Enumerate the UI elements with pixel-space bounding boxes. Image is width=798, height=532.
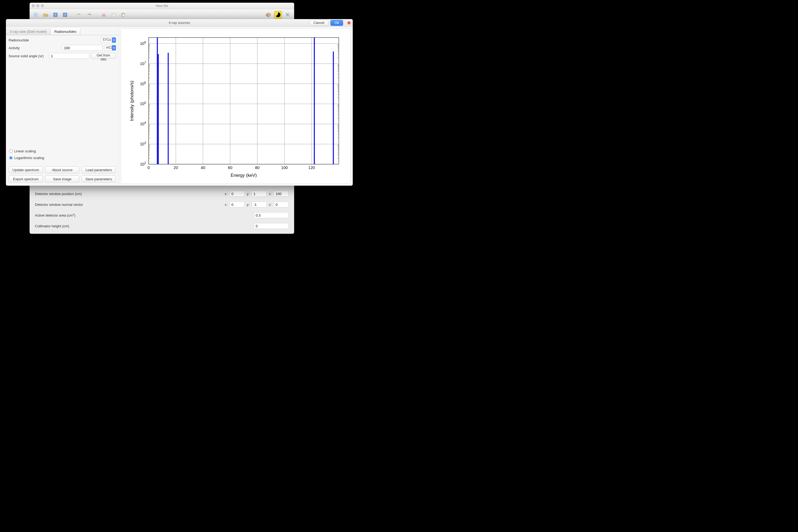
save-image-button[interactable]: Save image	[45, 175, 79, 183]
radiation-icon[interactable]	[274, 11, 282, 19]
dialog-titlebar: X-ray sources Cancel Ok	[6, 19, 353, 26]
linear-scaling-radio[interactable]	[9, 149, 13, 153]
label-solid-angle: Source solid angle (sr)	[8, 54, 47, 58]
toolbar	[30, 9, 294, 20]
det-norm-z[interactable]	[274, 202, 289, 207]
svg-rect-7	[113, 14, 115, 17]
svg-text:0: 0	[148, 166, 150, 170]
svg-text:20: 20	[174, 166, 178, 170]
det-norm-x[interactable]	[229, 202, 245, 207]
cut-icon[interactable]	[100, 11, 108, 19]
svg-text:106: 106	[140, 81, 146, 86]
save-icon[interactable]	[52, 11, 59, 19]
det-pos-x[interactable]	[229, 191, 245, 197]
tab-xray-tube[interactable]: X-ray tube (Ebel model)	[6, 28, 51, 35]
paste-icon[interactable]	[119, 11, 127, 19]
load-parameters-button[interactable]: Load parameters	[81, 166, 116, 173]
activity-unit-select[interactable]: mCi ⇅	[104, 45, 116, 51]
open-folder-icon[interactable]	[42, 11, 50, 19]
svg-text:100: 100	[281, 166, 288, 170]
label-active-area: Active detector area (cm2)	[35, 213, 254, 217]
label-collimator-height: Collimator height (cm)	[35, 224, 254, 228]
svg-text:102: 102	[140, 161, 146, 166]
tab-radionuclides[interactable]: Radionuclides	[51, 28, 80, 35]
active-area-input[interactable]	[254, 212, 289, 218]
redo-icon[interactable]	[86, 11, 93, 19]
copy-icon[interactable]	[110, 11, 117, 19]
chevron-updown-icon: ⇅	[112, 37, 116, 43]
det-norm-y[interactable]	[252, 202, 267, 207]
svg-text:104: 104	[140, 121, 146, 126]
svg-text:107: 107	[140, 61, 146, 66]
save-parameters-button[interactable]: Save parameters	[81, 175, 116, 183]
svg-text:120: 120	[309, 166, 315, 170]
detector-form: Detector window position (cm) x: y: z: D…	[35, 191, 289, 234]
radionuclide-select[interactable]: 57Co ⇅	[101, 37, 116, 43]
svg-text:Intensity (photons/s): Intensity (photons/s)	[129, 81, 134, 121]
svg-point-1	[35, 14, 37, 16]
update-spectrum-button[interactable]: Update spectrum	[8, 166, 43, 173]
undo-icon[interactable]	[76, 11, 83, 19]
settings-icon[interactable]	[284, 11, 292, 19]
new-file-icon[interactable]	[32, 11, 40, 19]
get-from-slits-button[interactable]: Get from slits	[91, 53, 116, 59]
window-title: New file	[30, 4, 294, 8]
about-source-button[interactable]: About source	[45, 166, 79, 173]
xray-sources-dialog: X-ray sources Cancel Ok X-ray tube (Ebel…	[6, 19, 353, 186]
chevron-updown-icon: ⇅	[112, 45, 116, 51]
label-radionuclide: Radionuclide	[8, 38, 49, 42]
svg-text:Energy (keV): Energy (keV)	[231, 173, 257, 178]
activity-input[interactable]	[62, 45, 103, 51]
svg-text:105: 105	[140, 101, 146, 106]
spectrum-chart: 020406080100120102103104105106107108Ener…	[121, 29, 351, 184]
svg-text:103: 103	[140, 141, 146, 146]
left-panel: X-ray tube (Ebel model) Radionuclides Ra…	[6, 26, 119, 186]
window-controls[interactable]	[32, 4, 44, 7]
log-scaling-radio[interactable]	[9, 156, 13, 159]
svg-text:40: 40	[201, 166, 205, 170]
det-pos-z[interactable]	[274, 191, 289, 197]
save-as-icon[interactable]	[61, 11, 69, 19]
dialog-title: X-ray sources	[6, 21, 353, 25]
svg-text:60: 60	[228, 166, 232, 170]
titlebar: New file	[30, 3, 294, 9]
det-pos-y[interactable]	[252, 191, 267, 197]
export-spectrum-button[interactable]: Export spectrum	[8, 175, 43, 183]
svg-text:108: 108	[140, 41, 146, 46]
label-activity: Activity	[8, 46, 49, 50]
svg-rect-9	[122, 14, 125, 17]
svg-point-11	[286, 13, 287, 14]
svg-text:80: 80	[255, 166, 259, 170]
package-icon[interactable]	[264, 11, 272, 19]
collimator-input[interactable]	[254, 223, 289, 229]
solid-angle-input[interactable]	[49, 53, 89, 59]
label-detector-window-position: Detector window position (cm)	[35, 192, 225, 196]
label-detector-window-normal: Detector window normal vector	[35, 203, 225, 207]
svg-rect-12	[149, 38, 339, 164]
